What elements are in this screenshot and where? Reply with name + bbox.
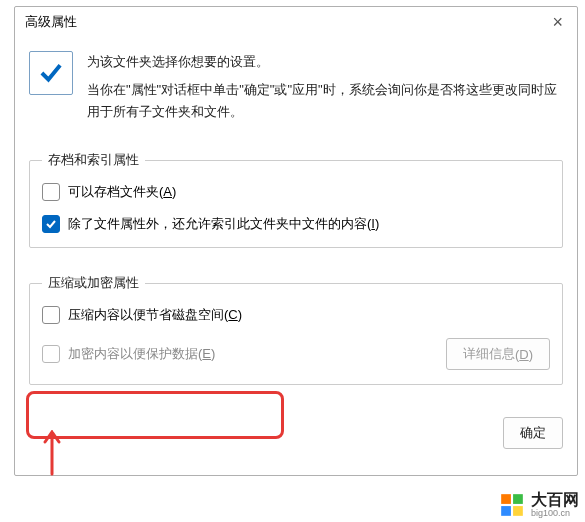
- compress-encrypt-group: 压缩或加密属性 压缩内容以便节省磁盘空间(C) 加密内容以便保护数据(E) 详细…: [29, 274, 563, 385]
- arrow-annotation: [41, 430, 63, 481]
- ok-button[interactable]: 确定: [503, 417, 563, 449]
- svg-rect-0: [501, 494, 511, 504]
- compress-label: 压缩内容以便节省磁盘空间(C): [68, 306, 242, 324]
- archive-group: 存档和索引属性 可以存档文件夹(A) 除了文件属性外，还允许索引此文件夹中文件的…: [29, 151, 563, 248]
- watermark: 大百网 big100.cn: [499, 492, 579, 518]
- svg-rect-3: [513, 506, 523, 516]
- archive-label: 可以存档文件夹(A): [68, 183, 176, 201]
- details-button[interactable]: 详细信息(D): [446, 338, 550, 370]
- checkmark-icon: [29, 51, 73, 95]
- compress-encrypt-legend: 压缩或加密属性: [42, 274, 145, 292]
- encrypt-checkbox: [42, 345, 60, 363]
- archive-checkbox[interactable]: [42, 183, 60, 201]
- index-checkbox[interactable]: [42, 215, 60, 233]
- title-bar: 高级属性 ×: [15, 7, 577, 37]
- archive-legend: 存档和索引属性: [42, 151, 145, 169]
- encrypt-label: 加密内容以便保护数据(E): [68, 345, 215, 363]
- close-icon[interactable]: ×: [548, 9, 567, 35]
- svg-rect-2: [501, 506, 511, 516]
- compress-checkbox[interactable]: [42, 306, 60, 324]
- index-label: 除了文件属性外，还允许索引此文件夹中文件的内容(I): [68, 215, 379, 233]
- advanced-attributes-dialog: 高级属性 × 为该文件夹选择你想要的设置。 当你在"属性"对话框中单击"确定"或…: [14, 6, 578, 476]
- logo-icon: [499, 492, 525, 518]
- watermark-url: big100.cn: [531, 509, 579, 518]
- intro-line2: 当你在"属性"对话框中单击"确定"或"应用"时，系统会询问你是否将这些更改同时应…: [87, 79, 563, 123]
- dialog-title: 高级属性: [25, 13, 77, 31]
- watermark-title: 大百网: [531, 492, 579, 509]
- svg-rect-1: [513, 494, 523, 504]
- intro-line1: 为该文件夹选择你想要的设置。: [87, 51, 563, 73]
